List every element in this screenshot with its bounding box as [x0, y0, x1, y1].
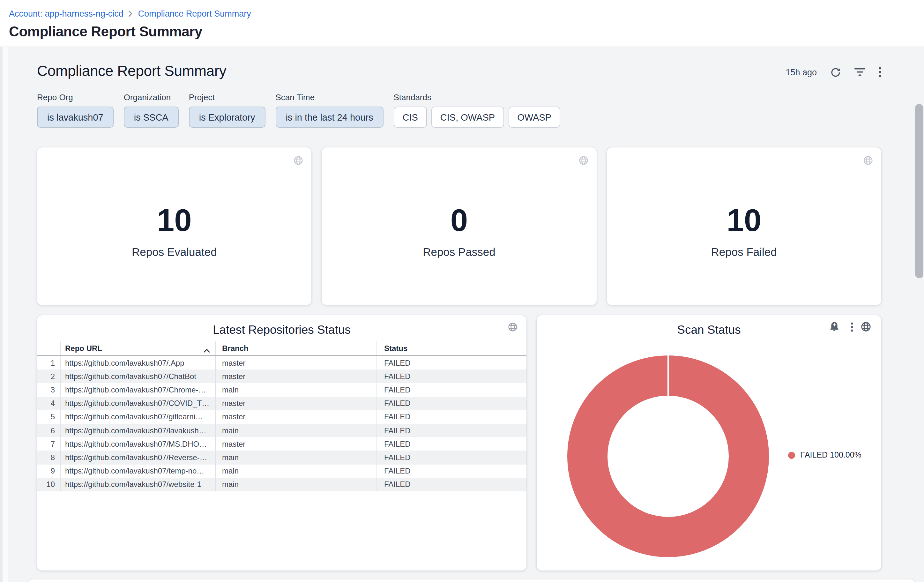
- row-index-cell: 9: [37, 464, 61, 478]
- column-header-branch[interactable]: Branch: [216, 341, 376, 355]
- table-row: 5https://github.com/lavakush07/gitlearni…: [37, 411, 526, 424]
- filter-label: Organization: [124, 92, 179, 102]
- filter-label: Scan Time: [276, 92, 383, 102]
- filter-chip-repo-org[interactable]: is lavakush07: [37, 107, 114, 128]
- dashboard-actions: 15h ago: [785, 63, 881, 82]
- page-title: Compliance Report Summary: [9, 24, 924, 40]
- card-globe-icon[interactable]: [861, 322, 871, 335]
- tile-value: 10: [607, 205, 881, 236]
- filter-chip-standards-owasp[interactable]: OWASP: [508, 107, 560, 128]
- filter-group-standards: Standards CIS CIS, OWASP OWASP: [393, 92, 560, 128]
- repo-table-body: 1https://github.com/lavakush07/.Appmaste…: [37, 356, 526, 491]
- filter-chip-standards-cis[interactable]: CIS: [393, 107, 427, 128]
- card-menu-kebab-icon[interactable]: [851, 322, 853, 335]
- branch-cell: main: [216, 478, 376, 491]
- status-cell: FAILED: [376, 464, 526, 478]
- repo-status-card: Latest Repositories Status Repo URL: [37, 315, 526, 570]
- legend-swatch: [788, 452, 795, 458]
- repo-url-cell: https://github.com/lavakush07/MS.DHO…: [61, 437, 216, 450]
- table-row: 8https://github.com/lavakush07/Reverse-……: [37, 451, 526, 464]
- filter-label: Project: [189, 92, 266, 102]
- legend-label: FAILED 100.00%: [800, 450, 861, 460]
- stat-tile: 0Repos Passed: [322, 147, 597, 305]
- repo-url-cell: https://github.com/lavakush07/Reverse-…: [61, 451, 216, 464]
- row-index-cell: 7: [37, 437, 61, 450]
- tile-value: 0: [322, 205, 597, 236]
- row-index-cell: 4: [37, 397, 61, 410]
- breadcrumb-account-link[interactable]: Account: app-harness-ng-cicd: [9, 8, 124, 18]
- explore-globe-icon[interactable]: [508, 322, 518, 335]
- branch-cell: master: [216, 369, 376, 383]
- repo-url-cell: https://github.com/lavakush07/.App: [61, 356, 216, 369]
- donut-slice-divider: [667, 356, 669, 396]
- alert-bell-plus-icon[interactable]: [830, 321, 839, 335]
- table-row: 1https://github.com/lavakush07/.Appmaste…: [37, 356, 526, 369]
- branch-cell: master: [216, 411, 376, 424]
- row-index-cell: 2: [37, 369, 61, 383]
- row-index-cell: 10: [37, 478, 61, 491]
- breadcrumb-page-link[interactable]: Compliance Report Summary: [138, 8, 251, 18]
- status-cell: FAILED: [376, 478, 526, 491]
- row-index-cell: 3: [37, 383, 61, 397]
- dashboard-more-options-button[interactable]: [879, 67, 881, 77]
- filter-group-scan-time: Scan Time is in the last 24 hours: [276, 92, 383, 128]
- status-cell: FAILED: [376, 383, 526, 397]
- left-edge-gutter: [3, 47, 8, 582]
- stat-tile: 10Repos Evaluated: [37, 147, 312, 305]
- row-index-column-header: [37, 341, 61, 355]
- page-header: Account: app-harness-ng-cicd Compliance …: [0, 0, 924, 47]
- repo-table-title: Latest Repositories Status: [37, 315, 526, 337]
- branch-cell: master: [216, 356, 376, 369]
- branch-cell: main: [216, 451, 376, 464]
- tile-globe-icon[interactable]: [294, 156, 304, 168]
- filters-bar: Repo Org is lavakush07 Organization is S…: [37, 92, 560, 128]
- column-header-label: Repo URL: [65, 344, 102, 353]
- repo-url-cell: https://github.com/lavakush07/temp-no…: [61, 464, 216, 478]
- row-index-cell: 6: [37, 424, 61, 437]
- chart-legend-item[interactable]: FAILED 100.00%: [788, 450, 861, 460]
- compliance-dashboard-page: Account: app-harness-ng-cicd Compliance …: [0, 0, 924, 582]
- filter-chip-project[interactable]: is Exploratory: [189, 107, 266, 128]
- column-header-repo-url[interactable]: Repo URL: [61, 341, 216, 355]
- filter-chip-scan-time[interactable]: is in the last 24 hours: [276, 107, 383, 128]
- left-edge-strip: [0, 47, 3, 582]
- tile-globe-icon[interactable]: [863, 156, 873, 168]
- repo-table-header: Repo URL Branch Status: [37, 341, 526, 356]
- breadcrumb-chevron-icon: [129, 10, 133, 17]
- filter-group-repo-org: Repo Org is lavakush07: [37, 92, 114, 128]
- filter-group-project: Project is Exploratory: [189, 92, 266, 128]
- table-row: 4https://github.com/lavakush07/COVID_T…m…: [37, 397, 526, 410]
- filter-chip-organization[interactable]: is SSCA: [124, 107, 179, 128]
- vertical-scrollbar-thumb[interactable]: [915, 104, 923, 278]
- column-header-status[interactable]: Status: [376, 341, 526, 355]
- status-cell: FAILED: [376, 397, 526, 410]
- last-refreshed-label: 15h ago: [785, 67, 817, 77]
- tile-globe-icon[interactable]: [578, 156, 588, 168]
- dashboard-title: Compliance Report Summary: [37, 63, 226, 80]
- table-row: 3https://github.com/lavakush07/Chrome-…m…: [37, 383, 526, 397]
- tile-label: Repos Failed: [607, 246, 881, 259]
- branch-cell: master: [216, 397, 376, 410]
- repo-url-cell: https://github.com/lavakush07/ChatBot: [61, 369, 216, 383]
- table-row: 10https://github.com/lavakush07/website-…: [37, 478, 526, 491]
- status-cell: FAILED: [376, 411, 526, 424]
- tile-label: Repos Passed: [322, 246, 597, 259]
- table-row: 2https://github.com/lavakush07/ChatBotma…: [37, 369, 526, 383]
- repo-url-cell: https://github.com/lavakush07/Chrome-…: [61, 383, 216, 397]
- repo-url-cell: https://github.com/lavakush07/website-1: [61, 478, 216, 491]
- donut-chart: [567, 356, 769, 557]
- filter-chip-standards-cis-owasp[interactable]: CIS, OWASP: [431, 107, 504, 128]
- filter-group-organization: Organization is SSCA: [124, 92, 179, 128]
- status-cell: FAILED: [376, 356, 526, 369]
- sort-asc-icon: [203, 346, 210, 355]
- stat-tiles: 10Repos Evaluated0Repos Passed10Repos Fa…: [37, 147, 881, 305]
- repo-url-cell: https://github.com/lavakush07/gitlearni…: [61, 411, 216, 424]
- next-card-partial: [28, 579, 915, 582]
- column-header-label: Status: [384, 344, 408, 353]
- branch-cell: main: [216, 383, 376, 397]
- filter-button[interactable]: [855, 68, 865, 77]
- donut-slice-failed[interactable]: [587, 376, 749, 537]
- refresh-button[interactable]: [830, 67, 841, 77]
- status-cell: FAILED: [376, 451, 526, 464]
- row-index-cell: 1: [37, 356, 61, 369]
